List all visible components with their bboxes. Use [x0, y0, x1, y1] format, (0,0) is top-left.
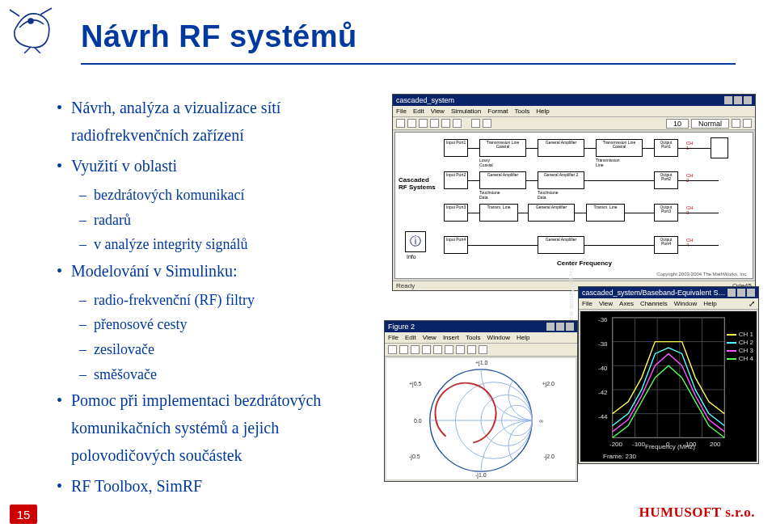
bullet-3: Modelování v Simulinku:: [57, 257, 380, 285]
bullet-5: RF Toolbox, SimRF: [57, 472, 380, 500]
spectrum-menu[interactable]: File View Axes Channels Window Help ⤢: [579, 298, 758, 310]
menu-channels[interactable]: Channels: [640, 300, 668, 307]
block-1a[interactable]: Transmission Line Coaxial: [479, 139, 526, 157]
input-port-3[interactable]: Input Port3: [444, 204, 468, 222]
output-port-2[interactable]: Output Port2: [654, 171, 678, 189]
legend-ch3: CH 3: [739, 347, 753, 354]
menu-format[interactable]: Format: [487, 108, 508, 115]
ytick: -38: [598, 340, 608, 348]
input-port-2[interactable]: Input Port2: [444, 171, 468, 189]
block-2b[interactable]: General Amplifier 2: [538, 171, 584, 189]
smith-label: 0.0: [414, 418, 422, 424]
smith-label: -j0.5: [409, 454, 420, 459]
ch1-label: CH 1: [686, 141, 694, 150]
block-1c[interactable]: Transmission Line Coaxial: [596, 139, 643, 157]
ytick: -42: [598, 389, 608, 396]
menu-edit[interactable]: Edit: [405, 334, 416, 341]
bullet-4: Pomoc při implementaci bezdrátových komu…: [57, 386, 380, 469]
bullet-3b: přenosové cesty: [57, 312, 380, 337]
menu-insert[interactable]: Insert: [443, 334, 459, 341]
window-controls[interactable]: [546, 323, 574, 331]
smith-label: -j1.0: [475, 472, 487, 478]
bullet-1: Návrh, analýza a vizualizace sítí radiof…: [57, 94, 380, 149]
ch4-label: CH 4: [686, 238, 694, 247]
xtick: 100: [685, 441, 696, 448]
xtick: 0: [666, 441, 669, 448]
menu-help[interactable]: Help: [536, 108, 549, 115]
simulink-canvas[interactable]: Cascaded RF Systems ⓘ Info Input Port1 T…: [394, 132, 753, 279]
menu-tools[interactable]: Tools: [466, 334, 481, 341]
smith-toolbar[interactable]: [385, 344, 577, 357]
info-block[interactable]: ⓘ: [405, 231, 426, 252]
copyright: Copyright 2003-2004 The MathWorks, Inc.: [656, 272, 748, 277]
smith-title: Figure 2: [388, 323, 415, 331]
smith-label: +j2.0: [542, 381, 555, 386]
ytick: -36: [598, 316, 608, 323]
menu-view[interactable]: View: [599, 300, 613, 307]
menu-simulation[interactable]: Simulation: [451, 108, 481, 115]
center-freq-label: Center Frequency: [557, 260, 612, 267]
info-label: Info: [407, 254, 416, 260]
svg-point-0: [28, 19, 33, 23]
menu-tools[interactable]: Tools: [515, 108, 530, 115]
block-4b[interactable]: General Amplifier: [538, 236, 584, 254]
scope-block[interactable]: [711, 137, 728, 158]
smith-label: +j1.0: [475, 360, 487, 365]
window-controls[interactable]: [728, 289, 755, 297]
block-3a[interactable]: Transm. Line: [479, 204, 518, 222]
legend: CH 1 CH 2 CH 3 CH 4: [727, 331, 753, 363]
solver-select[interactable]: Normal: [691, 119, 729, 129]
smith-label: ∞: [539, 418, 543, 424]
simulink-menu[interactable]: File Edit View Simulation Format Tools H…: [393, 106, 755, 117]
smith-menu[interactable]: File Edit View Insert Tools Window Help: [385, 332, 577, 344]
block-2a[interactable]: General Amplifier: [479, 171, 526, 189]
cap-1a: Lossy Coaxial: [479, 158, 493, 167]
title-underline: [81, 63, 736, 65]
page-title: Návrh RF systémů: [81, 19, 357, 54]
block-1b[interactable]: General Amplifier: [538, 139, 584, 157]
simulink-toolbar[interactable]: 10 Normal: [393, 117, 755, 130]
menu-window[interactable]: Window: [674, 300, 697, 307]
spectrum-plot: Power spectral density (dB/Hz) Frequency…: [580, 311, 757, 462]
bullet-2a: bezdrátových komunikací: [57, 183, 380, 208]
menu-file[interactable]: File: [396, 108, 407, 115]
bullet-3a: radio-frekvenční (RF) filtry: [57, 288, 380, 313]
simulink-title: cascaded_system: [396, 96, 454, 104]
legend-ch2: CH 2: [739, 339, 753, 346]
output-port-1[interactable]: Output Port1: [654, 139, 678, 157]
page-number: 15: [10, 505, 37, 524]
menu-edit[interactable]: Edit: [413, 108, 424, 115]
smith-titlebar: Figure 2: [385, 321, 577, 332]
menu-window[interactable]: Window: [487, 334, 510, 341]
block-3b[interactable]: General Amplifier: [528, 204, 575, 222]
block-3c[interactable]: Transm. Line: [586, 204, 625, 222]
xtick: -200: [609, 441, 622, 448]
output-port-4[interactable]: Output Port4: [654, 236, 678, 254]
status-ready: Ready: [396, 282, 415, 289]
window-controls[interactable]: [724, 96, 752, 104]
menu-view[interactable]: View: [423, 334, 436, 341]
ch2-label: CH 2: [686, 173, 694, 183]
logo: [8, 6, 55, 57]
menu-file[interactable]: File: [388, 334, 399, 341]
input-port-4[interactable]: Input Port4: [444, 236, 468, 254]
cap-1c: Transmission Line: [596, 158, 620, 167]
bullet-3d: směšovače: [57, 362, 380, 387]
menu-file[interactable]: File: [582, 300, 593, 307]
menu-view[interactable]: View: [431, 108, 445, 115]
menu-help[interactable]: Help: [517, 334, 529, 341]
input-port-1[interactable]: Input Port1: [444, 139, 468, 157]
menu-help[interactable]: Help: [703, 300, 716, 307]
frame: Frame: 230: [603, 453, 636, 460]
output-port-3[interactable]: Output Port3: [654, 204, 678, 222]
smith-chart: +j1.0 +j0.5 0.0 -j0.5 +j2.0 ∞ -j2.0 -j1.…: [386, 358, 576, 479]
menu-axes[interactable]: Axes: [619, 300, 634, 307]
bullet-2: Využití v oblasti: [57, 152, 380, 179]
legend-ch4: CH 4: [739, 355, 753, 362]
figure-area: cascaded_system File Edit View Simulatio…: [392, 94, 760, 466]
smith-label: +j0.5: [409, 381, 421, 386]
smith-label: -j2.0: [543, 454, 555, 459]
simtime-input[interactable]: 10: [666, 119, 689, 129]
bullet-3c: zesilovače: [57, 337, 380, 362]
spectrum-titlebar: cascaded_system/Baseband-Equivalent Spec…: [579, 287, 758, 298]
